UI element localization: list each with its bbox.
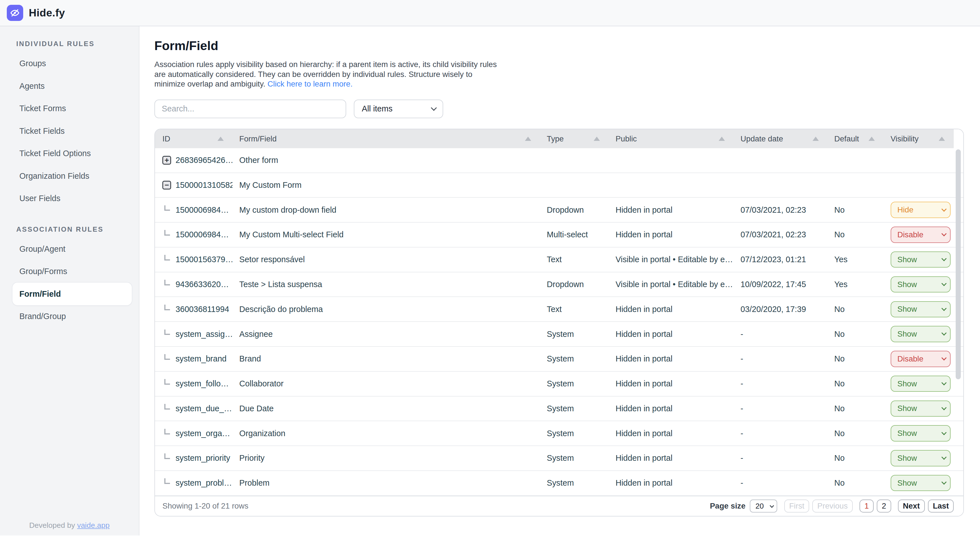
items-filter-select[interactable]: All items [354,100,443,118]
sidebar-item-group-forms[interactable]: Group/Forms [13,260,132,283]
cell-form-field: Other form [232,156,540,165]
page-size-select[interactable]: 20 [750,499,777,512]
column-header-label: Update date [740,134,783,143]
chevron-down-icon [941,331,947,336]
cell-visibility: Disable [883,227,953,243]
table-row: system_orga…OrganizationSystemHidden in … [155,421,963,446]
column-header-id[interactable]: ID [155,129,232,148]
sidebar-item-group-agent[interactable]: Group/Agent [13,238,132,260]
row-id-text: 1500006984… [176,205,229,215]
column-header-label: Visibility [891,134,919,143]
column-header-form-field[interactable]: Form/Field [232,129,540,148]
sort-asc-icon[interactable] [218,137,224,141]
row-id-text: 15000156379… [176,255,232,264]
sidebar-item-brand-group[interactable]: Brand/Group [13,305,132,328]
column-header-default[interactable]: Default [827,129,884,148]
cell-type: System [540,478,609,488]
column-header-label: Default [834,134,859,143]
last-button[interactable]: Last [928,499,954,512]
visibility-select[interactable]: Disable [891,351,951,367]
sidebar-item-user-fields[interactable]: User Fields [13,187,132,210]
app-logo [7,5,23,21]
eye-off-icon [10,8,19,17]
column-header-public[interactable]: Public [609,129,733,148]
chevron-down-icon [941,207,947,212]
cell-update-date: - [733,404,827,413]
search-input[interactable] [154,100,346,118]
vaide-app-link[interactable]: vaide.app [77,521,110,530]
sidebar-item-groups[interactable]: Groups [13,52,132,75]
table-header: IDForm/FieldTypePublicUpdate dateDefault… [155,129,963,148]
sidebar-item-agents[interactable]: Agents [13,75,132,97]
cell-default: No [827,453,884,463]
table-row: system_due_…Due DateSystemHidden in port… [155,396,963,421]
page-2-button[interactable]: 2 [877,499,891,512]
tree-branch-icon [164,230,170,235]
row-id-text: 9436633620… [176,280,229,289]
visibility-select[interactable]: Hide [891,202,951,218]
chevron-down-icon [941,355,947,361]
table-row: system_probl…ProblemSystemHidden in port… [155,471,963,496]
chevron-down-icon [431,105,437,111]
row-id-text: 360036811994 [176,305,229,314]
page-1-button[interactable]: 1 [859,499,873,512]
column-header-update-date[interactable]: Update date [733,129,827,148]
visibility-select[interactable]: Show [891,276,951,293]
sort-asc-icon[interactable] [719,137,725,141]
items-filter-value: All items [362,104,393,113]
chevron-down-icon [941,380,947,385]
visibility-select[interactable]: Show [891,450,951,466]
tree-branch-icon [164,354,170,360]
sidebar-item-form-field[interactable]: Form/Field [13,283,132,305]
cell-default: No [827,429,884,438]
tree-branch-icon [164,404,170,410]
cell-default: No [827,404,884,413]
column-header-label: Form/Field [239,134,277,143]
cell-id: 1500006984… [155,230,232,239]
column-header-label: Type [547,134,564,143]
app-title: Hide.fy [29,7,65,19]
sort-asc-icon[interactable] [525,137,531,141]
cell-type: System [540,354,609,363]
visibility-select[interactable]: Show [891,326,951,342]
column-header-type[interactable]: Type [540,129,609,148]
visibility-select[interactable]: Show [891,301,951,317]
row-id-text: 26836965426… [176,156,232,165]
visibility-select[interactable]: Show [891,425,951,441]
cell-form-field: Assignee [232,329,540,339]
row-id-text: system_probl… [176,478,232,488]
cell-default: No [827,305,884,314]
cell-visibility: Show [883,450,953,466]
first-button: First [784,499,810,512]
cell-type: System [540,404,609,413]
row-id-text: system_orga… [176,429,230,438]
cell-id: system_priority [155,453,232,463]
visibility-select[interactable]: Show [891,251,951,267]
table-row: 15000156379…Setor responsávelTextVisible… [155,248,963,272]
sidebar-item-ticket-fields[interactable]: Ticket Fields [13,120,132,143]
expand-icon[interactable]: + [162,156,171,165]
visibility-select[interactable]: Disable [891,227,951,243]
top-bar: Hide.fy [0,0,980,26]
row-id-text: system_due_… [176,404,232,413]
table-scrollbar-thumb[interactable] [956,150,961,379]
column-header-visibility[interactable]: Visibility [883,129,953,148]
sort-asc-icon[interactable] [939,137,945,141]
sidebar-item-organization-fields[interactable]: Organization Fields [13,165,132,188]
collapse-icon[interactable]: − [162,181,171,189]
sort-asc-icon[interactable] [813,137,819,141]
visibility-select[interactable]: Show [891,375,951,392]
cell-visibility: Show [883,375,953,392]
next-button[interactable]: Next [898,499,925,512]
visibility-select[interactable]: Show [891,475,951,491]
visibility-select[interactable]: Show [891,401,951,417]
cell-default: Yes [827,255,884,264]
learn-more-link[interactable]: Click here to learn more. [267,80,353,88]
sidebar-section-label: ASSOCIATION RULES [16,226,138,233]
sort-asc-icon[interactable] [593,137,600,141]
sort-asc-icon[interactable] [869,137,875,141]
sidebar-item-ticket-field-options[interactable]: Ticket Field Options [13,142,132,165]
sidebar-item-ticket-forms[interactable]: Ticket Forms [13,97,132,120]
tree-branch-icon [164,305,170,310]
chevron-down-icon [941,430,947,435]
